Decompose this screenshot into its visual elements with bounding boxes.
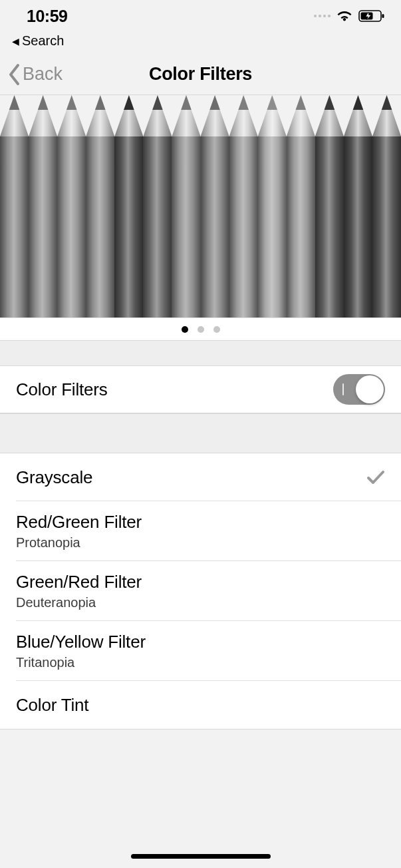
- pencil: [229, 95, 258, 318]
- pencil: [143, 95, 172, 318]
- filter-title: Blue/Yellow Filter: [16, 632, 146, 652]
- filter-option[interactable]: Color Tint: [0, 681, 401, 729]
- pencil: [0, 95, 29, 318]
- page-dot[interactable]: [198, 326, 204, 333]
- wifi-icon: [336, 9, 353, 23]
- pencil: [114, 95, 143, 318]
- breadcrumb-label: Search: [22, 33, 64, 49]
- filter-option[interactable]: Grayscale: [0, 453, 401, 501]
- color-preview-image[interactable]: [0, 95, 401, 318]
- filter-title: Green/Red Filter: [16, 572, 142, 592]
- home-indicator[interactable]: [131, 854, 271, 859]
- filter-option[interactable]: Blue/Yellow FilterTritanopia: [0, 621, 401, 681]
- status-icons: [314, 9, 385, 23]
- checkmark-icon: [366, 470, 385, 485]
- pencil: [315, 95, 344, 318]
- breadcrumb-back-icon: ◀: [12, 36, 19, 47]
- color-filters-toggle[interactable]: [333, 374, 385, 405]
- pencil: [29, 95, 57, 318]
- pencil: [201, 95, 229, 318]
- page-dot[interactable]: [213, 326, 220, 333]
- pencil: [86, 95, 114, 318]
- pencil: [258, 95, 287, 318]
- filter-title: Red/Green Filter: [16, 512, 142, 533]
- pencil: [344, 95, 372, 318]
- cellular-dots-icon: [314, 15, 331, 17]
- page-title: Color Filters: [149, 64, 252, 85]
- back-button[interactable]: Back: [8, 63, 63, 86]
- filter-option[interactable]: Green/Red FilterDeuteranopia: [0, 561, 401, 621]
- filter-option[interactable]: Red/Green FilterProtanopia: [0, 501, 401, 561]
- page-indicator[interactable]: [0, 318, 401, 341]
- filter-subtitle: Tritanopia: [16, 655, 146, 670]
- breadcrumb[interactable]: ◀ Search: [0, 32, 401, 54]
- color-filters-toggle-cell[interactable]: Color Filters: [0, 365, 401, 413]
- pencil: [372, 95, 401, 318]
- filter-subtitle: Protanopia: [16, 535, 142, 550]
- nav-bar: Back Color Filters: [0, 54, 401, 95]
- status-time: 10:59: [27, 7, 67, 26]
- pencil: [287, 95, 315, 318]
- svg-rect-1: [382, 14, 384, 18]
- color-filters-toggle-label: Color Filters: [16, 379, 108, 400]
- battery-charging-icon: [358, 9, 385, 23]
- filter-subtitle: Deuteranopia: [16, 595, 142, 610]
- pencil: [172, 95, 200, 318]
- pencil: [57, 95, 86, 318]
- back-label: Back: [23, 64, 63, 85]
- chevron-left-icon: [8, 63, 21, 86]
- filter-list: GrayscaleRed/Green FilterProtanopiaGreen…: [0, 453, 401, 730]
- filter-title: Grayscale: [16, 467, 92, 488]
- status-bar: 10:59: [0, 0, 401, 32]
- page-dot[interactable]: [182, 326, 188, 333]
- filter-title: Color Tint: [16, 695, 88, 716]
